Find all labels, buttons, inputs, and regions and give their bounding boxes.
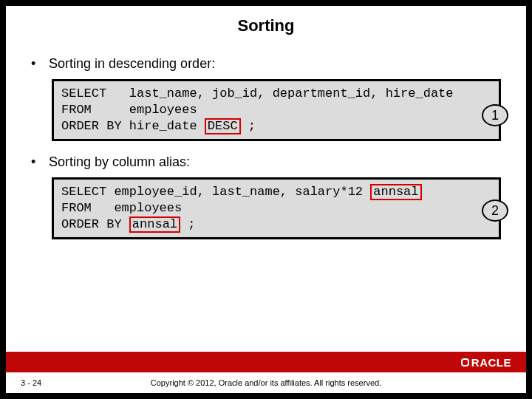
code-line: FROM employees [61,103,197,117]
bullet-dot: • [31,56,49,72]
code-line: FROM employees [61,201,182,215]
page-number: 3 - 24 [21,378,80,387]
footer-line: 3 - 24 Copyright © 2012, Oracle and/or i… [6,372,526,393]
slide: Sorting • Sorting in descending order: S… [6,6,526,393]
code-line: ; [180,217,195,231]
callout-badge-2: 2 [482,200,508,222]
oracle-logo: RACLE [461,356,511,369]
slide-footer: RACLE 3 - 24 Copyright © 2012, Oracle an… [6,352,526,393]
bullet-text: Sorting in descending order: [49,56,215,72]
brand-bar: RACLE [6,352,526,372]
code-line: SELECT employee_id, last_name, salary*12 [61,185,370,199]
highlight-alias: annsal [370,184,421,200]
slide-body: • Sorting in descending order: SELECT la… [6,56,526,239]
code-block: SELECT last_name, job_id, department_id,… [52,79,501,141]
oracle-o-icon [461,358,469,366]
copyright-text: Copyright © 2012, Oracle and/or its affi… [80,378,452,387]
code-line: SELECT last_name, job_id, department_id,… [61,86,454,100]
slide-title: Sorting [6,16,526,35]
code-example-1: SELECT last_name, job_id, department_id,… [52,79,501,141]
bullet-item: • Sorting in descending order: [31,56,501,72]
code-line: ; [241,119,256,133]
code-block: SELECT employee_id, last_name, salary*12… [52,177,501,239]
callout-badge-1: 1 [482,104,508,126]
highlight-desc: DESC [205,118,241,134]
code-line: ORDER BY [61,217,129,231]
code-example-2: SELECT employee_id, last_name, salary*12… [52,177,501,239]
bullet-dot: • [31,154,49,170]
code-line: ORDER BY hire_date [61,119,205,133]
bullet-item: • Sorting by column alias: [31,154,501,170]
bullet-text: Sorting by column alias: [49,154,190,170]
highlight-alias: annsal [129,216,180,233]
oracle-logo-text: RACLE [471,356,511,369]
